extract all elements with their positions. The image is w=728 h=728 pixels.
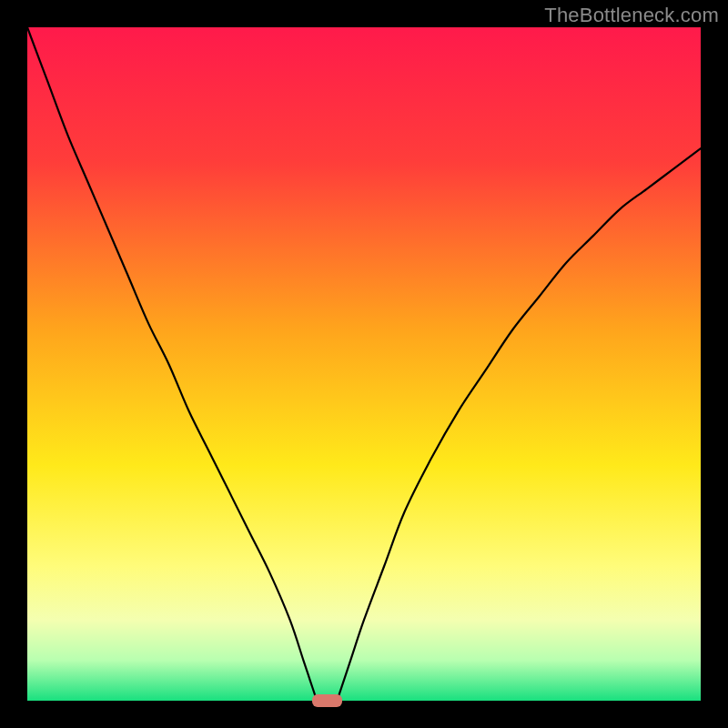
curve-right-branch — [337, 148, 701, 701]
chart-frame: TheBottleneck.com — [0, 0, 728, 728]
curve-left-branch — [27, 27, 317, 701]
plot-area — [27, 27, 701, 701]
bottleneck-curve — [27, 27, 701, 701]
watermark-text: TheBottleneck.com — [544, 4, 719, 27]
bottleneck-marker — [312, 694, 342, 706]
